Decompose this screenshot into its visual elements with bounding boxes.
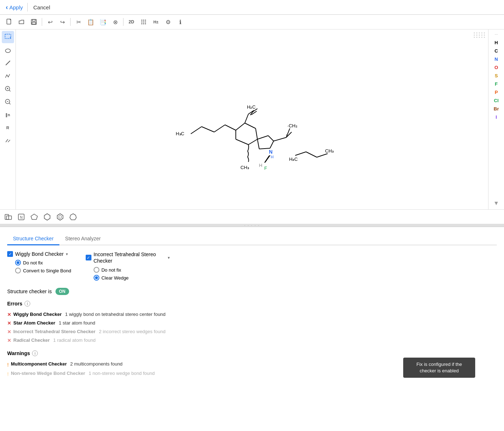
wiggly-convert-option[interactable]: Convert to Single Bond (15, 268, 71, 273)
svg-point-10 (141, 23, 143, 24)
open-file-button[interactable] (17, 17, 27, 27)
element-I[interactable]: I (490, 114, 503, 121)
element-P[interactable]: P (490, 89, 503, 96)
error-x-icon-3: ✕ (7, 329, 11, 335)
svg-line-27 (214, 125, 225, 132)
svg-line-29 (236, 123, 245, 130)
select-tool[interactable] (2, 31, 14, 43)
svg-text:F: F (264, 165, 267, 171)
grid-button[interactable] (139, 17, 149, 27)
element-N[interactable]: N (490, 56, 503, 63)
warnings-title-text: Warnings (7, 350, 30, 356)
wiggly-do-not-fix-option[interactable]: Do not fix (15, 260, 71, 266)
info-button[interactable]: ℹ (175, 17, 185, 27)
wiggly-bond-options: Do not fix Convert to Single Bond (15, 260, 71, 273)
tetrahedral-checker-col: ✓ Incorrect Tetrahedral Stereo Checker ▾… (86, 251, 170, 281)
grid-dots: for(let i=0;i<15;i++) document.write('<d… (474, 32, 485, 38)
svg-marker-68 (44, 214, 50, 220)
svg-line-43 (259, 148, 270, 149)
zoom-in-tool[interactable] (2, 83, 14, 95)
element-C[interactable]: C (490, 47, 503, 54)
warn-multicomponent-label: Multicomponent Checker (11, 361, 67, 367)
benzene-tool[interactable] (55, 212, 66, 222)
cancel-button[interactable]: Cancel (32, 4, 50, 10)
warnings-info-icon[interactable]: i (32, 350, 38, 356)
fragment-tool[interactable] (3, 212, 14, 222)
toolbar-separator (42, 18, 42, 26)
element-S[interactable]: S (490, 72, 503, 79)
svg-line-33 (236, 139, 248, 145)
element-Cl[interactable]: Cl (490, 97, 503, 104)
errors-info-icon[interactable]: i (24, 301, 30, 307)
tetrahedral-checkbox[interactable]: ✓ (86, 255, 91, 260)
status-toggle[interactable]: ON (55, 288, 69, 295)
element-Br[interactable]: Br (490, 105, 503, 112)
save-button[interactable] (29, 17, 39, 27)
wiggly-convert-radio[interactable] (15, 268, 21, 273)
2d-button[interactable]: 2D (126, 17, 136, 27)
rgroup-tool[interactable]: R (2, 122, 14, 134)
svg-text:CH₃: CH₃ (325, 148, 334, 154)
new-file-button[interactable] (4, 17, 14, 27)
copy-button[interactable]: 📋 (86, 17, 96, 27)
cycloheptane-tool[interactable] (68, 212, 78, 222)
errors-section: Errors i ✕ Wiggly Bond Checker 1 wiggly … (7, 301, 497, 345)
svg-line-31 (256, 128, 257, 139)
cyclopentane-tool[interactable] (29, 212, 40, 222)
svg-point-7 (141, 22, 143, 23)
error-radical: ✕ Radical Checker 1 radical atom found (7, 336, 497, 345)
chain-tool[interactable] (2, 70, 14, 82)
error-x-icon-2: ✕ (7, 321, 11, 326)
sgroup-tool[interactable]: ‖n (2, 109, 14, 121)
panel-divider[interactable]: · · · · · (0, 224, 504, 227)
svg-line-44 (257, 139, 259, 149)
paste-button[interactable]: 📑 (98, 17, 108, 27)
tetrahedral-dropdown-arrow[interactable]: ▾ (168, 255, 170, 260)
svg-point-14 (5, 49, 10, 53)
errors-title: Errors i (7, 301, 497, 307)
cut-button[interactable]: ✂ (73, 17, 84, 27)
toolbar-separator-2 (70, 18, 71, 26)
wiggly-bond-checkbox[interactable]: ✓ (7, 251, 13, 257)
error-x-icon-4: ✕ (7, 338, 11, 343)
bond-tool[interactable] (2, 57, 14, 69)
undo-button[interactable]: ↩ (45, 17, 55, 27)
tetrahedral-label: Incorrect Tetrahedral Stereo Checker (94, 251, 166, 264)
svg-line-28 (225, 125, 236, 130)
toolbar-separator-3 (123, 18, 123, 26)
clear-wedge-option[interactable]: Clear Wedge (94, 275, 170, 281)
settings-button[interactable]: ⚙ (163, 17, 173, 27)
element-F[interactable]: F (490, 81, 503, 87)
tab-stereo-analyzer[interactable]: Stereo Analyzer (59, 233, 107, 245)
hcount-button[interactable]: H± (151, 17, 161, 27)
scroll-down-icon[interactable]: ▼ (494, 200, 499, 207)
element-H[interactable]: H (490, 39, 503, 46)
wiggly-bond-dropdown-arrow[interactable]: ▾ (66, 252, 68, 257)
tetrahedral-do-not-fix-radio[interactable] (94, 267, 99, 273)
clear-wedge-radio[interactable] (94, 275, 99, 281)
error-star-text: 1 star atom found (58, 320, 95, 326)
svg-text:·: · (286, 132, 287, 138)
tab-structure-checker[interactable]: Structure Checker (7, 233, 59, 245)
redo-button[interactable]: ↪ (57, 17, 67, 27)
error-tetrahedral-label: Incorrect Tetrahedral Stereo Checker (13, 329, 95, 334)
erase-button[interactable]: ⊗ (110, 17, 120, 27)
svg-rect-63 (5, 214, 9, 219)
svg-text:H₃C: H₃C (176, 131, 184, 136)
wiggly-do-not-fix-radio[interactable] (15, 260, 21, 266)
zoom-out-tool[interactable] (2, 96, 14, 108)
error-star-label: Star Atom Checker (13, 320, 55, 326)
reaction-tool[interactable] (2, 135, 14, 147)
sgroup2-tool[interactable]: N (16, 212, 27, 222)
apply-button[interactable]: Apply (6, 4, 23, 11)
svg-line-32 (248, 139, 257, 145)
element-O[interactable]: O (490, 64, 503, 71)
tetrahedral-do-not-fix-option[interactable]: Do not fix (94, 267, 170, 273)
svg-text:·CH₂: ·CH₂ (287, 123, 297, 128)
bottom-panel: Structure Checker Stereo Analyzer ✓ Wigg… (0, 227, 504, 431)
cyclohexane-tool[interactable] (42, 212, 53, 222)
svg-line-40 (257, 136, 268, 139)
svg-rect-3 (32, 22, 36, 24)
eraser-tool[interactable] (2, 44, 14, 56)
canvas-area[interactable]: for(let i=0;i<15;i++) document.write('<d… (16, 30, 488, 209)
